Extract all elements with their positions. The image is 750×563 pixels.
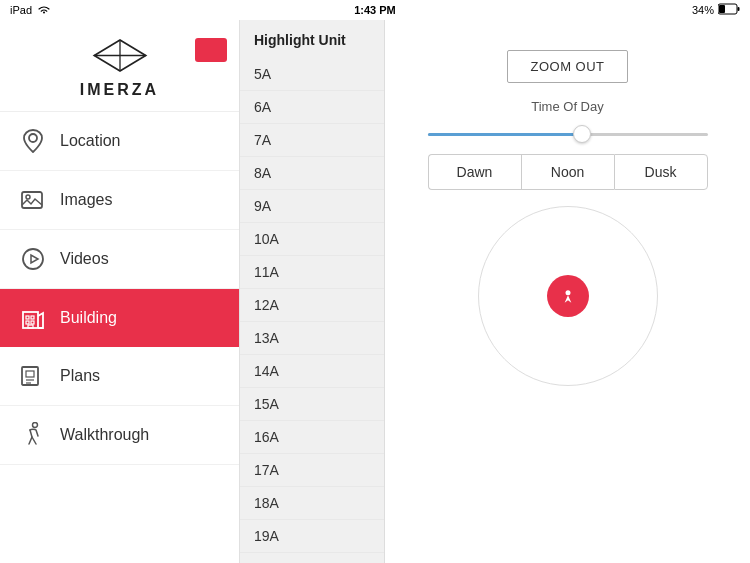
unit-item[interactable]: 18A bbox=[240, 487, 384, 520]
unit-item[interactable]: 10A bbox=[240, 223, 384, 256]
sidebar-nav: Location Images bbox=[0, 112, 239, 563]
wifi-icon bbox=[37, 4, 51, 17]
sidebar-item-location-label: Location bbox=[60, 132, 121, 150]
svg-rect-17 bbox=[22, 367, 38, 385]
compass-dot[interactable] bbox=[547, 275, 589, 317]
svg-point-8 bbox=[26, 195, 30, 199]
battery-icon bbox=[718, 3, 740, 17]
logo-diamond bbox=[90, 38, 150, 77]
svg-marker-10 bbox=[31, 255, 38, 263]
unit-item[interactable]: 8A bbox=[240, 157, 384, 190]
zoom-out-button[interactable]: ZOOM OUT bbox=[507, 50, 627, 83]
highlight-header: Highlight Unit bbox=[240, 20, 384, 58]
right-panel: ZOOM OUT Time Of Day Dawn Noon Dusk bbox=[385, 20, 750, 563]
svg-point-21 bbox=[33, 423, 38, 428]
unit-item[interactable]: 7A bbox=[240, 124, 384, 157]
unit-item[interactable]: 14A bbox=[240, 355, 384, 388]
plans-icon bbox=[20, 363, 46, 389]
logo-area: IMERZA bbox=[0, 20, 239, 112]
unit-list[interactable]: 5A6A7A8A9A10A11A12A13A14A15A16A17A18A19A… bbox=[240, 58, 384, 563]
svg-rect-18 bbox=[26, 371, 34, 377]
svg-rect-7 bbox=[22, 192, 42, 208]
status-time: 1:43 PM bbox=[354, 4, 396, 16]
sidebar-item-images-label: Images bbox=[60, 191, 112, 209]
dusk-button[interactable]: Dusk bbox=[614, 154, 708, 190]
sidebar-item-plans-label: Plans bbox=[60, 367, 100, 385]
unit-item[interactable]: 9A bbox=[240, 190, 384, 223]
svg-point-22 bbox=[565, 290, 570, 295]
slider-fill bbox=[428, 133, 582, 136]
unit-item[interactable]: 19A bbox=[240, 520, 384, 553]
slider-track bbox=[428, 133, 708, 136]
sidebar-item-images[interactable]: Images bbox=[0, 171, 239, 230]
svg-rect-13 bbox=[31, 316, 34, 319]
noon-button[interactable]: Noon bbox=[521, 154, 614, 190]
thumbnail-badge[interactable] bbox=[195, 38, 227, 62]
unit-item[interactable]: 13A bbox=[240, 322, 384, 355]
battery-percentage: 34% bbox=[692, 4, 714, 16]
unit-item[interactable]: 6A bbox=[240, 91, 384, 124]
unit-item[interactable]: 12A bbox=[240, 289, 384, 322]
sidebar-item-location[interactable]: Location bbox=[0, 112, 239, 171]
status-ipad: iPad bbox=[10, 4, 32, 16]
sidebar-item-walkthrough[interactable]: Walkthrough bbox=[0, 406, 239, 465]
walkthrough-icon bbox=[20, 422, 46, 448]
images-icon bbox=[20, 187, 46, 213]
svg-point-6 bbox=[29, 134, 37, 142]
sidebar-item-walkthrough-label: Walkthrough bbox=[60, 426, 149, 444]
svg-rect-12 bbox=[26, 316, 29, 319]
unit-item[interactable]: 17A bbox=[240, 454, 384, 487]
dawn-button[interactable]: Dawn bbox=[428, 154, 521, 190]
time-buttons: Dawn Noon Dusk bbox=[428, 154, 708, 190]
sidebar: IMERZA Location bbox=[0, 20, 240, 563]
building-icon bbox=[20, 305, 46, 331]
sidebar-item-building[interactable]: Building bbox=[0, 289, 239, 347]
logo-text: IMERZA bbox=[80, 81, 159, 99]
unit-item[interactable]: 20A bbox=[240, 553, 384, 563]
time-of-day-label: Time Of Day bbox=[531, 99, 603, 114]
sidebar-item-videos-label: Videos bbox=[60, 250, 109, 268]
middle-panel: Highlight Unit 5A6A7A8A9A10A11A12A13A14A… bbox=[240, 20, 385, 563]
svg-rect-15 bbox=[31, 321, 34, 324]
sidebar-item-building-label: Building bbox=[60, 309, 117, 327]
svg-point-9 bbox=[23, 249, 43, 269]
svg-rect-14 bbox=[26, 321, 29, 324]
status-bar: iPad 1:43 PM 34% bbox=[0, 0, 750, 20]
location-icon bbox=[20, 128, 46, 154]
svg-rect-1 bbox=[719, 5, 725, 13]
unit-item[interactable]: 15A bbox=[240, 388, 384, 421]
slider-thumb[interactable] bbox=[573, 125, 591, 143]
svg-rect-11 bbox=[23, 312, 38, 328]
app-container: IMERZA Location bbox=[0, 20, 750, 563]
compass-container bbox=[478, 206, 658, 386]
time-of-day-section: Time Of Day Dawn Noon Dusk bbox=[428, 99, 708, 190]
videos-icon bbox=[20, 246, 46, 272]
sidebar-item-plans[interactable]: Plans bbox=[0, 347, 239, 406]
unit-item[interactable]: 16A bbox=[240, 421, 384, 454]
svg-rect-2 bbox=[738, 7, 740, 11]
sidebar-item-videos[interactable]: Videos bbox=[0, 230, 239, 289]
slider-container[interactable] bbox=[428, 124, 708, 144]
unit-item[interactable]: 11A bbox=[240, 256, 384, 289]
svg-rect-16 bbox=[28, 325, 33, 328]
unit-item[interactable]: 5A bbox=[240, 58, 384, 91]
